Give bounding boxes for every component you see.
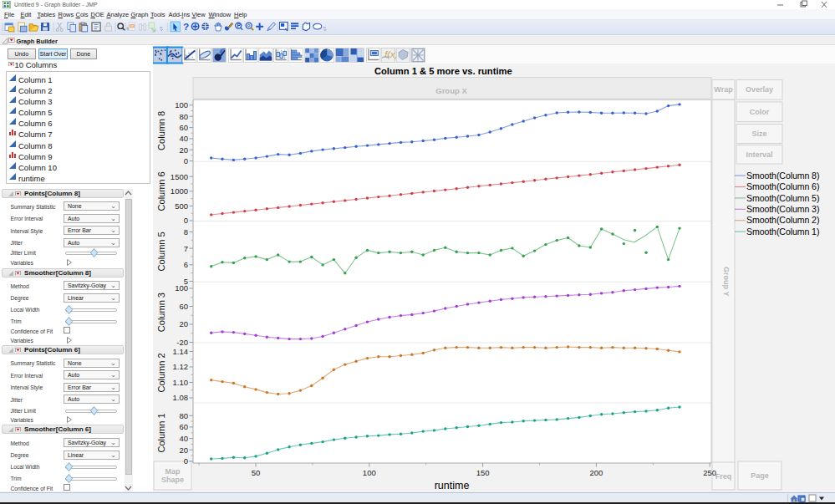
svg-text:50: 50 [252,468,261,477]
svg-text:80: 80 [179,112,188,121]
svg-text:20: 20 [179,319,188,328]
svg-text:7: 7 [184,244,188,253]
svg-text:Smooth(Column 5): Smooth(Column 5) [746,193,819,203]
svg-text:Group X: Group X [435,86,467,95]
svg-text:Color: Color [750,108,770,116]
svg-text:200: 200 [589,468,603,477]
svg-text:Page: Page [751,471,769,480]
svg-text:1.14: 1.14 [173,347,189,356]
svg-text:Smooth(Column 8): Smooth(Column 8) [746,171,819,181]
svg-text:Column 1 & 5 more vs. runtime: Column 1 & 5 more vs. runtime [374,66,512,76]
svg-text:40: 40 [179,134,188,143]
svg-text:100: 100 [175,100,188,109]
svg-text:0: 0 [184,156,188,165]
svg-text:Column 6: Column 6 [156,171,166,211]
svg-text:20: 20 [179,145,188,155]
svg-text:60: 60 [179,123,188,132]
svg-text:Column 5: Column 5 [156,232,166,271]
svg-text:Column 2: Column 2 [156,353,166,392]
svg-text:6: 6 [184,260,188,269]
svg-text:1.10: 1.10 [173,378,189,387]
svg-text:Freq: Freq [715,472,732,481]
svg-text:0: 0 [184,456,188,466]
svg-text:Smooth(Column 6): Smooth(Column 6) [746,181,819,191]
svg-text:0: 0 [184,216,188,225]
svg-text:Smooth(Column 1): Smooth(Column 1) [746,227,819,237]
svg-text:80: 80 [179,411,188,420]
svg-text:1500: 1500 [171,172,188,181]
svg-text:Shape: Shape [161,476,184,484]
svg-text:150: 150 [476,468,490,477]
svg-text:100: 100 [363,468,376,477]
svg-text:60: 60 [179,422,188,431]
svg-text:1.08: 1.08 [173,393,189,402]
svg-text:40: 40 [179,434,188,443]
svg-text:Smooth(Column 2): Smooth(Column 2) [746,215,819,225]
svg-text:Smooth(Column 3): Smooth(Column 3) [746,204,819,214]
svg-text:Map: Map [165,467,181,476]
svg-text:Column 3: Column 3 [156,293,166,332]
svg-text:250: 250 [703,468,716,477]
svg-text:1.12: 1.12 [173,362,189,371]
svg-text:Interval: Interval [746,150,772,159]
svg-text:1000: 1000 [171,186,188,196]
svg-text:Column 8: Column 8 [156,111,166,150]
svg-text:-20: -20 [176,338,188,347]
svg-text:500: 500 [175,201,188,211]
svg-text:Group Y: Group Y [722,267,731,296]
svg-text:P: P [237,23,242,28]
svg-text:Size: Size [751,130,766,138]
svg-text:60: 60 [179,302,188,311]
svg-text:runtime: runtime [435,480,470,491]
svg-text:8: 8 [184,227,188,237]
svg-text:100: 100 [175,283,188,293]
svg-text:20: 20 [179,445,188,455]
svg-text:Overlay: Overlay [746,85,773,94]
svg-text:Wrap: Wrap [714,85,733,94]
svg-text:?: ? [183,21,189,32]
svg-text:Column 1: Column 1 [156,413,166,452]
